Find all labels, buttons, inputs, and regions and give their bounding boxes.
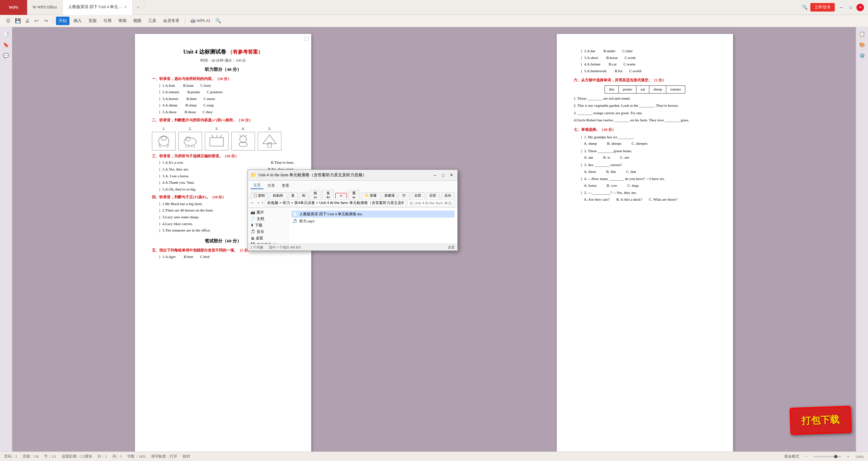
status-zoom-bar[interactable] bbox=[814, 456, 841, 457]
tab-document[interactable]: 人教版英语 四下 Unit 4 单元… ✕ bbox=[63, 0, 133, 15]
menu-view[interactable]: 视图 bbox=[131, 17, 144, 25]
q6-s2: 2. This is my vegetable garden. Look at … bbox=[574, 103, 716, 109]
menu-ref[interactable]: 引用 bbox=[101, 17, 114, 25]
fe-nav-downloads[interactable]: ⬇ 下载 bbox=[249, 222, 287, 228]
right-sidebar-icon1[interactable]: 📋 bbox=[858, 30, 866, 38]
fe-file-doc-name: 人教版英语 四下 Unit 4 单元检测卷.doc bbox=[299, 212, 363, 217]
tab-wps-home[interactable]: W WPS Office bbox=[27, 0, 63, 15]
file-explorer-winbtns: ─ □ ✕ bbox=[432, 172, 455, 179]
fe-forward-icon[interactable]: → bbox=[256, 200, 260, 205]
fe-file-content: 📄 人教版英语 四下 Unit 4 单元检测卷.doc 🎵 听力.mp3 bbox=[289, 208, 457, 244]
drag-handle[interactable]: ⠿ bbox=[130, 37, 133, 44]
q5-cont-item3: ）4.A.farmer B.car C.warm bbox=[574, 61, 716, 67]
sidebar-comment-icon[interactable]: 💬 bbox=[2, 52, 10, 60]
close-button[interactable]: ✕ bbox=[856, 4, 864, 11]
menu-tools[interactable]: 工具 bbox=[145, 17, 159, 25]
fe-tab-home[interactable]: 主页 bbox=[251, 182, 263, 189]
status-zoom-out[interactable]: － bbox=[805, 454, 808, 459]
maximize-button[interactable]: □ bbox=[847, 4, 854, 11]
status-section: 节：1/1 bbox=[44, 454, 56, 459]
svg-line-13 bbox=[220, 135, 222, 138]
fe-body: 📷 图片 📄 文档 ⬇ 下载 🎵 音乐 🖥 桌面 💾 本地磁盘 (C:) 💾 工… bbox=[248, 208, 457, 244]
right-sidebar-icon3[interactable]: ⚙️ bbox=[858, 52, 866, 60]
fe-search-input[interactable] bbox=[407, 200, 455, 206]
svg-point-0 bbox=[159, 136, 169, 146]
menu-review[interactable]: 审阅 bbox=[116, 17, 129, 25]
fe-tab-view[interactable]: 查看 bbox=[279, 182, 292, 189]
fe-back-icon[interactable]: ← bbox=[251, 200, 255, 205]
save-icon[interactable]: 💾 bbox=[14, 17, 22, 25]
q6-label: 六、从方框中选择单词，并用其适当形式填空。（5 分） bbox=[574, 77, 716, 83]
hamburger-icon[interactable]: ☰ bbox=[4, 17, 12, 25]
status-proofread[interactable]: 校对 bbox=[183, 454, 190, 459]
ribbon-search-icon[interactable]: 🔍 bbox=[214, 17, 222, 25]
q2-img2 bbox=[178, 132, 202, 151]
fe-toolbar: 主页 共享 查看 📋 复制路径 粘贴快捷方式 复制 粘贴 移动到 复制到 ✕ 删… bbox=[248, 181, 457, 198]
status-page: 页码：1 bbox=[4, 454, 17, 459]
undo-icon[interactable]: ↩ bbox=[33, 17, 41, 25]
tab-add-button[interactable]: + bbox=[133, 0, 144, 15]
svg-line-17 bbox=[245, 135, 246, 136]
svg-marker-20 bbox=[263, 135, 276, 144]
fe-minimize-button[interactable]: ─ bbox=[432, 172, 438, 179]
fe-maximize-button[interactable]: □ bbox=[440, 172, 447, 179]
fe-file-doc[interactable]: 📄 人教版英语 四下 Unit 4 单元检测卷.doc bbox=[291, 211, 455, 218]
doc-title: Unit 4 达标测试卷 （有参考答案） bbox=[152, 47, 294, 56]
print-icon[interactable]: 🖨 bbox=[23, 17, 31, 25]
redo-icon[interactable]: ↪ bbox=[42, 17, 50, 25]
fe-file-mp3-name: 听力.mp3 bbox=[299, 219, 314, 224]
ribbon: ☰ 💾 🖨 ↩ ↪ 开始 插入 页面 引用 审阅 视图 工具 会员专享 🤖 WP… bbox=[0, 15, 868, 27]
fe-nav-pictures[interactable]: 📷 图片 bbox=[249, 209, 287, 216]
minimize-button[interactable]: ─ bbox=[837, 4, 845, 11]
fe-up-icon[interactable]: ↑ bbox=[261, 200, 263, 205]
search-icon[interactable]: 🔍 bbox=[802, 4, 808, 10]
right-page-wrapper: ）2.A.her B.under C.ruler ）3.A.short B.ho… bbox=[434, 27, 856, 461]
q7-item1: ）1. My grandpa has six ________. A. shee… bbox=[574, 134, 716, 147]
fe-tab-share[interactable]: 共享 bbox=[265, 182, 278, 189]
q6-word-table: this potato eat sheep tomato bbox=[605, 85, 685, 94]
login-button[interactable]: 立即登录 bbox=[810, 3, 835, 12]
fe-nav-sidebar: 📷 图片 📄 文档 ⬇ 下载 🎵 音乐 🖥 桌面 💾 本地磁盘 (C:) 💾 工… bbox=[248, 208, 289, 244]
download-badge[interactable]: 打包下载 bbox=[790, 406, 852, 435]
fe-nav-c-drive[interactable]: 💾 本地磁盘 (C:) bbox=[249, 241, 287, 244]
subtitle-text: （有参考答案） bbox=[228, 49, 263, 55]
tab-close-icon[interactable]: ✕ bbox=[124, 5, 127, 9]
q2-img4 bbox=[231, 132, 255, 151]
sidebar-nav-icon[interactable]: 📑 bbox=[2, 30, 10, 38]
q6-s3: 3. ________ orange carrots are good. Try… bbox=[574, 110, 716, 116]
svg-line-16 bbox=[240, 135, 241, 136]
q1-item4: ）4.A.sheep B.sleep C.soup bbox=[152, 102, 294, 108]
sidebar-bookmark-icon[interactable]: 🔖 bbox=[2, 41, 10, 49]
menu-home[interactable]: 开始 bbox=[56, 17, 70, 25]
fe-address-input[interactable] bbox=[265, 200, 406, 206]
fe-settings-btn[interactable]: 设置 bbox=[448, 245, 455, 250]
folder-icon: 📁 bbox=[251, 172, 256, 178]
fe-nav-desktop[interactable]: 🖥 桌面 bbox=[249, 235, 287, 241]
svg-point-14 bbox=[240, 136, 246, 143]
status-zoom-in[interactable]: ＋ bbox=[846, 454, 850, 459]
q1-label: 一、听录音，选出与你所听到的内容。（10 分） bbox=[152, 76, 294, 82]
fe-nav-docs[interactable]: 📄 文档 bbox=[249, 216, 287, 222]
download-badge-text: 打包下载 bbox=[801, 413, 840, 427]
fe-nav-music[interactable]: 🎵 音乐 bbox=[249, 228, 287, 235]
fe-close-button[interactable]: ✕ bbox=[448, 172, 455, 179]
svg-line-11 bbox=[212, 135, 213, 138]
menu-page[interactable]: 页面 bbox=[86, 17, 99, 25]
file-explorer-title: Unit 4 At the farm 单元检测卷（含答案听力原文及听力音频） bbox=[258, 172, 432, 178]
wps-logo: WPS bbox=[0, 0, 27, 15]
title-bar: WPS W WPS Office 人教版英语 四下 Unit 4 单元… ✕ +… bbox=[0, 0, 868, 15]
menu-vip[interactable]: 会员专享 bbox=[160, 17, 182, 25]
q1-item1: ）1.A.fork B.farm C.forty bbox=[152, 83, 294, 89]
q2-images: 1. 2. 3. bbox=[152, 126, 294, 151]
fe-file-mp3[interactable]: 🎵 听力.mp3 bbox=[291, 218, 455, 225]
section1-title: 听力部分（40 分） bbox=[152, 66, 294, 73]
tab-doc-label: 人教版英语 四下 Unit 4 单元… bbox=[68, 4, 122, 10]
fe-addressbar: ← → ↑ bbox=[248, 198, 457, 208]
q5-item1: ）1.A.tiger B.hurt C.bird bbox=[152, 254, 294, 260]
right-sidebar-icon2[interactable]: 🎨 bbox=[858, 41, 866, 49]
menu-wpsai[interactable]: 🤖 WPS AI bbox=[188, 17, 213, 25]
tab-bar: W WPS Office 人教版英语 四下 Unit 4 单元… ✕ + bbox=[27, 0, 802, 15]
title-text: Unit 4 达标测试卷 bbox=[183, 49, 226, 55]
status-view-mode[interactable]: 黄金模式 bbox=[784, 454, 799, 459]
menu-insert[interactable]: 插入 bbox=[71, 17, 84, 25]
